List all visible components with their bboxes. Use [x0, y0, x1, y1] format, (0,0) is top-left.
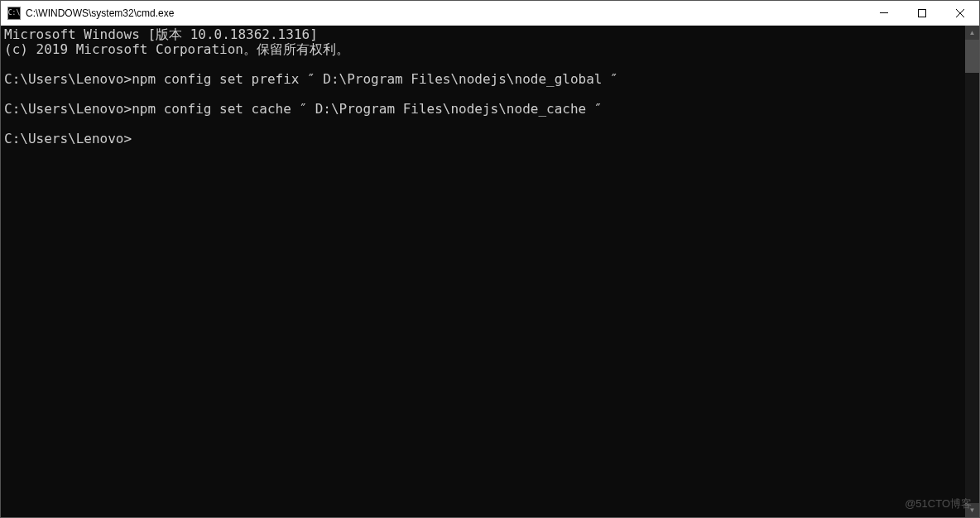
close-icon — [956, 9, 964, 17]
scroll-up-arrow-icon[interactable]: ▲ — [965, 26, 979, 40]
svg-rect-0 — [880, 12, 888, 13]
terminal-line: C:\Users\Lenovo>npm config set prefix ″ … — [4, 71, 618, 87]
titlebar[interactable]: C:\ C:\WINDOWS\system32\cmd.exe — [1, 1, 979, 26]
terminal-output[interactable]: Microsoft Windows [版本 10.0.18362.1316] (… — [1, 26, 965, 517]
minimize-button[interactable] — [865, 1, 903, 25]
minimize-icon — [880, 12, 888, 13]
maximize-button[interactable] — [903, 1, 941, 25]
maximize-icon — [918, 9, 926, 17]
scroll-down-arrow-icon[interactable]: ▼ — [965, 503, 979, 517]
cmd-window: C:\ C:\WINDOWS\system32\cmd.exe Microsof… — [0, 0, 980, 518]
terminal-line: Microsoft Windows [版本 10.0.18362.1316] — [4, 26, 318, 42]
window-controls — [865, 1, 979, 25]
scrollbar-track[interactable] — [965, 40, 979, 503]
close-button[interactable] — [941, 1, 979, 25]
window-title: C:\WINDOWS\system32\cmd.exe — [26, 7, 865, 19]
terminal-prompt: C:\Users\Lenovo> — [4, 131, 132, 146]
vertical-scrollbar[interactable]: ▲ ▼ — [965, 26, 979, 517]
app-icon: C:\ — [7, 7, 21, 20]
scrollbar-thumb[interactable] — [965, 40, 979, 73]
terminal-line: C:\Users\Lenovo>npm config set cache ″ D… — [4, 101, 602, 117]
svg-rect-1 — [919, 9, 926, 17]
terminal-area: Microsoft Windows [版本 10.0.18362.1316] (… — [1, 26, 979, 517]
terminal-line: (c) 2019 Microsoft Corporation。保留所有权利。 — [4, 41, 349, 57]
